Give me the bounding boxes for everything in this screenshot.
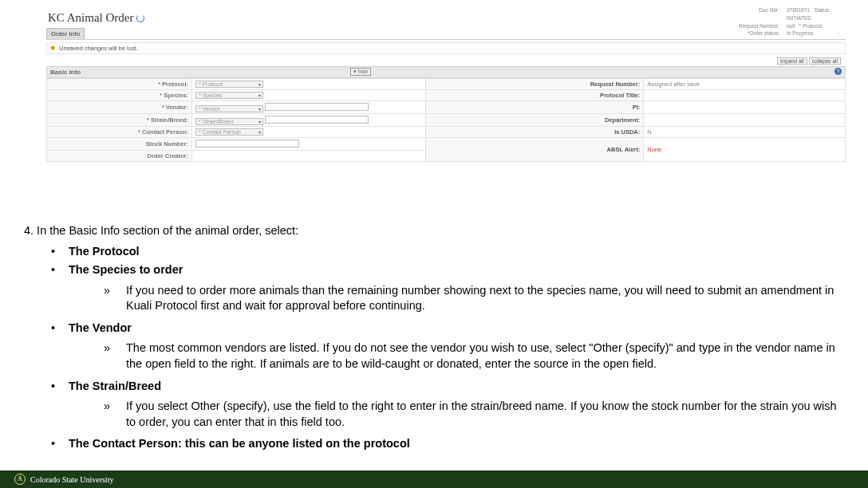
usda-label: Is USDA: xyxy=(426,127,644,138)
bullet-vendor: The Vendor xyxy=(69,321,846,336)
warning-icon: ✱ xyxy=(50,45,56,52)
bullet-contact: The Contact Person: this can be anyone l… xyxy=(69,436,846,452)
bullet-strain: The Strain/Breed xyxy=(69,379,846,395)
absl-value: None xyxy=(644,138,846,162)
stock-input[interactable] xyxy=(195,140,299,148)
meta-docnbr-label: Doc Nbr: xyxy=(707,6,783,22)
reqnum-label: Request Number: xyxy=(426,79,644,90)
meta-proto-label: * Protocol: xyxy=(799,23,823,29)
pi-value xyxy=(644,101,846,114)
collapse-all-button[interactable]: collapse all xyxy=(809,57,841,65)
protocol-select[interactable]: * Protocol xyxy=(195,81,263,88)
strain-label: * Strain/Breed: xyxy=(47,114,192,127)
note-strain: If you select Other (specify), use the f… xyxy=(126,399,846,430)
csu-logo-icon: A xyxy=(14,474,26,485)
expand-collapse-row: expand all collapse all xyxy=(46,57,846,65)
refresh-icon[interactable] xyxy=(136,14,144,22)
section-title: Basic Info xyxy=(50,69,81,76)
bullet-species: The Species to order xyxy=(69,262,846,278)
note-vendor: The most common vendors are listed. If y… xyxy=(126,340,846,372)
contact-label: * Contact Person: xyxy=(47,127,192,138)
instructions-block: 4. In the Basic Info section of the anim… xyxy=(24,223,846,455)
protocol-title-value xyxy=(644,90,846,101)
meta-docnbr-val: 27801871 xyxy=(787,7,810,13)
species-select[interactable]: * Species xyxy=(195,92,263,99)
help-icon[interactable]: ? xyxy=(834,68,842,75)
basic-info-form: * Protocol: * Protocol Request Number: A… xyxy=(46,78,846,162)
expand-all-button[interactable]: expand all xyxy=(777,57,807,65)
meta-reqnum-label: Request Number: xyxy=(707,22,783,30)
strain-select[interactable]: * Strain/Breed xyxy=(195,118,263,125)
absl-label: ABSL Alert: xyxy=(426,138,644,162)
bullet-protocol: The Protocol xyxy=(69,244,846,260)
app-screenshot: KC Animal Order Doc Nbr:27801871 Status:… xyxy=(46,6,846,218)
vendor-select[interactable]: * Vendor xyxy=(195,105,263,112)
warning-text: Unsaved changes will be lost. xyxy=(59,45,138,52)
section-header-basic-info: Basic Info ▾ hide ? xyxy=(46,66,846,78)
creator-value xyxy=(192,151,426,162)
meta-reqnum-val: null xyxy=(787,23,795,29)
meta-colon: : xyxy=(838,30,839,36)
stock-label: Stock Number: xyxy=(47,138,192,151)
dept-label: Department: xyxy=(426,114,644,127)
step-4-heading: 4. In the Basic Info section of the anim… xyxy=(24,223,846,239)
doc-meta: Doc Nbr:27801871 Status: INITIATED Reque… xyxy=(707,6,842,37)
hide-button[interactable]: ▾ hide xyxy=(350,68,371,76)
reqnum-value: Assigned after save xyxy=(644,79,846,90)
usda-value: N xyxy=(644,127,846,138)
strain-other-input[interactable] xyxy=(265,116,369,124)
contact-select[interactable]: * Contact Person xyxy=(195,128,263,136)
footer-text: Colorado State University xyxy=(30,475,113,484)
meta-ostatus-label: *Order status: xyxy=(707,30,783,37)
warning-bar: ✱ Unsaved changes will be lost. xyxy=(46,42,846,54)
pi-label: PI: xyxy=(426,101,644,114)
meta-status-label: Status: xyxy=(814,7,830,13)
vendor-label: * Vendor: xyxy=(47,101,192,114)
vendor-other-input[interactable] xyxy=(265,103,369,111)
protocol-title-label: Protocol Title: xyxy=(426,90,644,101)
meta-status-val: INITIATED xyxy=(787,15,811,21)
footer-bar: A Colorado State University xyxy=(0,470,868,488)
protocol-label: * Protocol: xyxy=(47,79,192,90)
meta-ostatus-val: In Progress xyxy=(787,30,813,36)
dept-value xyxy=(644,114,846,127)
species-label: * Species: xyxy=(47,90,192,101)
app-title-text: KC Animal Order xyxy=(48,11,133,25)
creator-label: Order Creator: xyxy=(47,151,192,162)
note-species: If you need to order more animals than t… xyxy=(126,283,846,314)
tab-order-info[interactable]: Order Info xyxy=(46,28,85,39)
